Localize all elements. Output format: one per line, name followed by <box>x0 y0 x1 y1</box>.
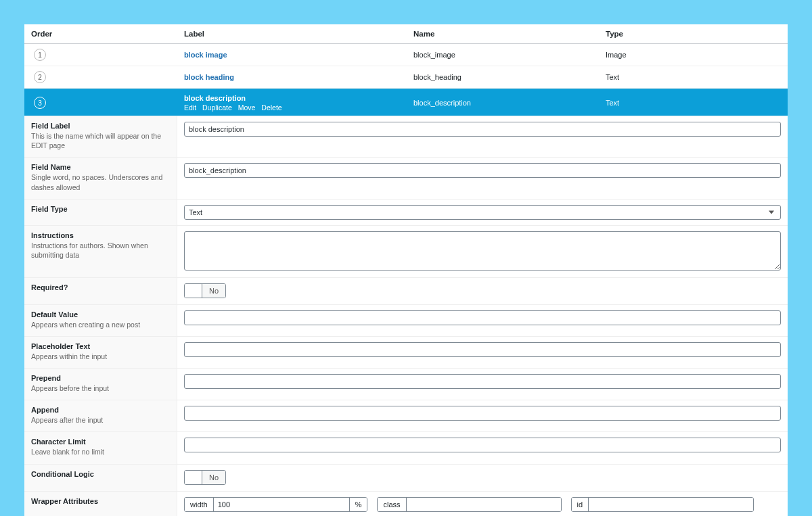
placeholder-text-input[interactable] <box>184 342 781 357</box>
duplicate-action[interactable]: Duplicate <box>202 103 232 112</box>
col-header-type: Type <box>599 30 788 38</box>
conditional-logic-toggle[interactable]: No <box>184 470 226 485</box>
field-row-active[interactable]: 3 block description Edit Duplicate Move … <box>24 89 788 116</box>
order-badge[interactable]: 3 <box>34 97 46 109</box>
field-type-text: Text <box>599 73 788 81</box>
field-label-link[interactable]: block image <box>184 51 227 59</box>
setting-wrapper-attributes: Wrapper Attributes width % class id <box>24 492 788 516</box>
order-badge[interactable]: 2 <box>34 71 46 83</box>
wrapper-width-group: width % <box>184 497 367 512</box>
setting-default-value: Default ValueAppears when creating a new… <box>24 305 788 337</box>
toggle-text: No <box>202 471 225 484</box>
field-label-link[interactable]: block description <box>184 94 407 102</box>
setting-instructions: InstructionsInstructions for authors. Sh… <box>24 226 788 278</box>
delete-action[interactable]: Delete <box>261 103 281 112</box>
edit-action[interactable]: Edit <box>184 103 196 112</box>
toggle-text: No <box>202 284 225 298</box>
field-group-panel: Order Label Name Type 1 block image bloc… <box>24 24 788 516</box>
wrapper-class-group: class <box>377 497 561 512</box>
prepend-input[interactable] <box>184 374 781 389</box>
order-badge[interactable]: 1 <box>34 49 46 61</box>
wrapper-class-label: class <box>378 498 406 511</box>
toggle-knob <box>185 471 202 484</box>
setting-conditional-logic: Conditional Logic No <box>24 465 788 492</box>
setting-prepend: PrependAppears before the input <box>24 369 788 400</box>
row-actions: Edit Duplicate Move Delete <box>184 103 407 112</box>
field-type-text: Text <box>599 99 788 107</box>
setting-field-name: Field NameSingle word, no spaces. Unders… <box>24 158 788 199</box>
col-header-label: Label <box>177 30 407 38</box>
wrapper-width-unit: % <box>349 498 367 511</box>
field-settings: Field LabelThis is the name which will a… <box>24 116 788 516</box>
field-name-text: block_heading <box>407 73 599 81</box>
field-label-link[interactable]: block heading <box>184 73 234 81</box>
setting-required: Required? No <box>24 278 788 305</box>
col-header-name: Name <box>407 30 599 38</box>
move-action[interactable]: Move <box>238 103 256 112</box>
setting-field-label: Field LabelThis is the name which will a… <box>24 116 788 158</box>
field-type-text: Image <box>599 51 788 59</box>
wrapper-class-input[interactable] <box>407 498 561 511</box>
wrapper-id-label: id <box>572 498 589 511</box>
instructions-textarea[interactable] <box>184 231 781 271</box>
setting-character-limit: Character LimitLeave blank for no limit <box>24 432 788 464</box>
wrapper-width-input[interactable] <box>214 498 349 511</box>
append-input[interactable] <box>184 406 781 421</box>
table-header: Order Label Name Type <box>24 24 788 44</box>
field-name-text: block_image <box>407 51 599 59</box>
field-name-input[interactable] <box>184 163 781 178</box>
setting-append: AppendAppears after the input <box>24 400 788 432</box>
wrapper-width-label: width <box>185 498 214 511</box>
field-label-input[interactable] <box>184 122 781 137</box>
character-limit-input[interactable] <box>184 438 781 452</box>
col-header-order: Order <box>24 30 177 38</box>
required-toggle[interactable]: No <box>184 283 226 298</box>
setting-placeholder-text: Placeholder TextAppears within the input <box>24 337 788 369</box>
wrapper-id-group: id <box>571 497 754 512</box>
field-type-select[interactable]: Text <box>184 205 781 220</box>
toggle-knob <box>185 284 202 298</box>
field-name-text: block_description <box>407 99 599 107</box>
default-value-input[interactable] <box>184 310 781 325</box>
field-row[interactable]: 2 block heading block_heading Text <box>24 66 788 89</box>
wrapper-id-input[interactable] <box>589 498 753 511</box>
field-row[interactable]: 1 block image block_image Image <box>24 44 788 66</box>
setting-field-type: Field Type Text <box>24 200 788 226</box>
